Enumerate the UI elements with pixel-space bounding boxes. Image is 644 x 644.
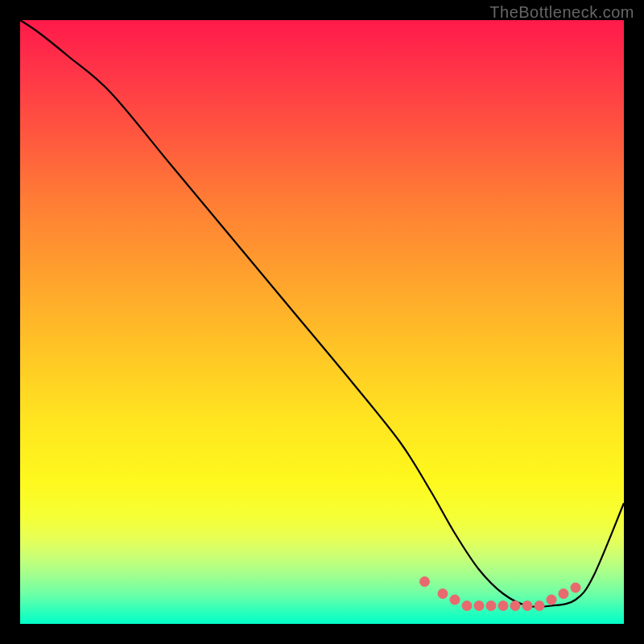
optimal-dot xyxy=(535,601,545,611)
optimal-dot xyxy=(462,601,473,611)
chart-frame: TheBottleneck.com xyxy=(0,0,644,644)
optimal-dot xyxy=(486,601,497,611)
dots-group xyxy=(419,576,581,611)
watermark-text: TheBottleneck.com xyxy=(489,3,634,22)
optimal-dot xyxy=(438,588,448,599)
optimal-range-dots xyxy=(20,20,624,624)
optimal-dot xyxy=(571,583,581,593)
optimal-dot xyxy=(450,595,460,605)
optimal-dot xyxy=(559,588,569,599)
optimal-dot xyxy=(498,601,509,611)
optimal-dot xyxy=(510,601,521,611)
plot-area xyxy=(20,20,624,624)
optimal-dot xyxy=(522,601,533,611)
optimal-dot xyxy=(419,576,430,587)
optimal-dot xyxy=(474,601,485,611)
optimal-dot xyxy=(547,595,557,605)
